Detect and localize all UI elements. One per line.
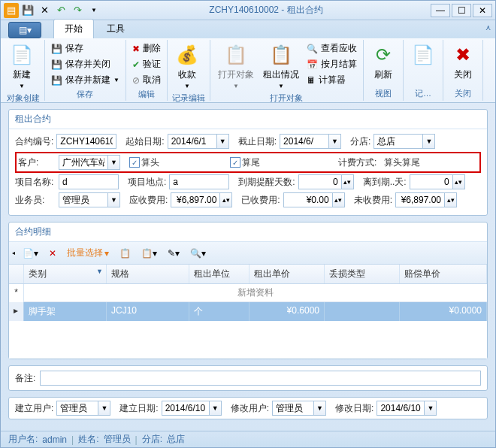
remind-days-spin[interactable]: ▴▾ [342,174,354,189]
days-leave-spin[interactable]: ▴▾ [453,174,465,189]
delete-button[interactable]: ✖删除 [131,41,162,56]
minimize-button[interactable]: ― [431,4,450,17]
col-loss[interactable]: 丢损类型 [325,265,400,283]
record-button[interactable]: 📄 [408,41,438,68]
refresh-icon: ⟳ [371,43,395,67]
calc-head-checkbox[interactable]: ✓ [129,157,140,168]
cell-price[interactable]: ¥0.6000 [250,302,325,321]
qat-save-icon[interactable]: 💾 [20,3,35,18]
monthly-button[interactable]: 📅按月结算 [305,57,358,71]
unpaid-input[interactable] [395,192,445,207]
branch-dropdown[interactable]: ▼ [423,134,435,149]
qat-redo-icon[interactable]: ↷ [70,3,85,18]
branch-input[interactable] [374,134,423,149]
detail-grid: 类别 ▼ 规格 租出单位 租出单价 丢损类型 赔偿单价 * 新增资料 ▸ 脚手架… [9,265,487,359]
app-menu-button[interactable]: ▤▾ [8,22,41,38]
created-by-drop[interactable]: ▼ [98,401,110,416]
verify-button[interactable]: ✔验证 [131,57,162,71]
toolbar-copy-button[interactable]: 📋 [116,247,134,260]
qat-undo-icon[interactable]: ↶ [53,3,68,18]
created-by-input[interactable] [56,401,98,416]
toolbar-nav-icon[interactable]: ◂ [12,250,15,256]
calculator-button[interactable]: 🖩计算器 [305,73,358,87]
billing-value: 算头算尾 [384,156,420,169]
staff-input[interactable] [59,192,108,207]
save-close-button[interactable]: 💾保存并关闭 [50,57,121,71]
toolbar-search-button[interactable]: 🔍▾ [187,247,209,260]
created-on-drop[interactable]: ▼ [210,401,222,416]
remind-days-input[interactable] [298,174,342,189]
toolbar-edit-button[interactable]: ✎▾ [165,247,183,260]
remind-days-label: 到期提醒天数: [238,176,295,189]
staff-dropdown[interactable]: ▼ [108,192,120,207]
end-date-input[interactable] [280,134,329,149]
days-leave-input[interactable] [410,174,453,189]
start-date-dropdown[interactable]: ▼ [217,134,229,149]
collect-button[interactable]: 💰收款▼ [172,41,202,91]
location-input[interactable] [169,174,229,189]
remarks-input[interactable] [40,371,481,386]
refresh-button[interactable]: ⟳刷新 [368,41,398,83]
billing-label: 计费方式: [338,156,377,169]
created-on-input[interactable] [162,401,210,416]
col-unit[interactable]: 租出单位 [189,265,250,283]
calc-tail-checkbox[interactable]: ✓ [230,157,240,168]
group-save-label: 保存 [50,87,121,100]
start-date-input[interactable] [168,134,217,149]
row-indicator-header [9,265,24,283]
unpaid-spin[interactable]: ▴▾ [445,192,457,207]
app-icon[interactable]: ▤ [4,3,19,18]
save-button[interactable]: 💾保存 [50,41,121,56]
due-spin[interactable]: ▴▾ [220,192,232,207]
maximize-button[interactable]: ☐ [452,4,471,17]
tab-tools[interactable]: 工具 [95,19,136,38]
toolbar-delete-button[interactable]: ✕ [46,247,59,260]
modified-by-drop[interactable]: ▼ [314,401,326,416]
col-category[interactable]: 类别 ▼ [24,265,107,283]
customer-dropdown[interactable]: ▼ [108,155,120,170]
toolbar-paste-button[interactable]: 📋▾ [138,247,160,260]
ribbon-collapse-icon[interactable]: ⋏ [485,23,491,32]
close-button[interactable]: ✕ [473,4,492,17]
check-receivable-button[interactable]: 🔍查看应收 [305,41,358,56]
customer-label: 客户: [18,156,56,169]
status-icon: 📋 [269,43,293,67]
qat-drop-icon[interactable]: ▼ [86,3,101,18]
contract-no-input[interactable] [56,134,116,149]
calc-head-label: 算头 [141,157,159,168]
paid-spin[interactable]: ▴▾ [333,192,345,207]
customer-input[interactable] [59,155,108,170]
new-button[interactable]: 📄新建▼ [7,41,37,91]
modified-on-input[interactable] [377,401,425,416]
tab-start[interactable]: 开始 [53,19,94,38]
qat-close-doc-icon[interactable]: ✕ [37,3,52,18]
cell-spec[interactable]: JCJ10 [107,302,189,321]
cell-comp[interactable]: ¥0.0000 [400,302,487,321]
due-input[interactable] [171,192,220,207]
paid-input[interactable] [283,192,333,207]
end-date-dropdown[interactable]: ▼ [329,134,341,149]
cancel-button[interactable]: ⊘取消 [131,73,162,87]
save-close-icon: 💾 [51,59,62,70]
cell-category[interactable]: 脚手架 [24,302,107,321]
grid-toolbar: ◂ 📄▾ ✕ 批量选择▾ 📋 📋▾ ✎▾ 🔍▾ [9,242,487,265]
location-label: 项目地点: [128,176,166,189]
project-input[interactable] [59,174,119,189]
batch-select-button[interactable]: 批量选择▾ [64,245,112,261]
toolbar-new-button[interactable]: 📄▾ [20,247,41,260]
rent-status-button[interactable]: 📋租出情况▼ [260,41,302,91]
new-row-placeholder[interactable]: 新增资料 [24,284,487,302]
open-object-button[interactable]: 📋打开对象▼ [215,41,257,91]
close-ribbon-button[interactable]: ✖关闭 [448,41,478,83]
filter-icon[interactable]: ▼ [96,268,103,275]
col-comp[interactable]: 赔偿单价 [400,265,487,283]
cell-unit[interactable]: 个 [189,302,250,321]
col-spec[interactable]: 规格 [107,265,189,283]
save-new-button[interactable]: 💾保存并新建▼ [50,73,121,87]
project-label: 项目名称: [15,176,56,189]
table-row[interactable]: ▸ 脚手架 JCJ10 个 ¥0.6000 ¥0.0000 [9,302,487,321]
cell-loss[interactable] [325,302,400,321]
col-price[interactable]: 租出单价 [250,265,325,283]
modified-by-input[interactable] [272,401,314,416]
modified-on-drop[interactable]: ▼ [425,401,437,416]
